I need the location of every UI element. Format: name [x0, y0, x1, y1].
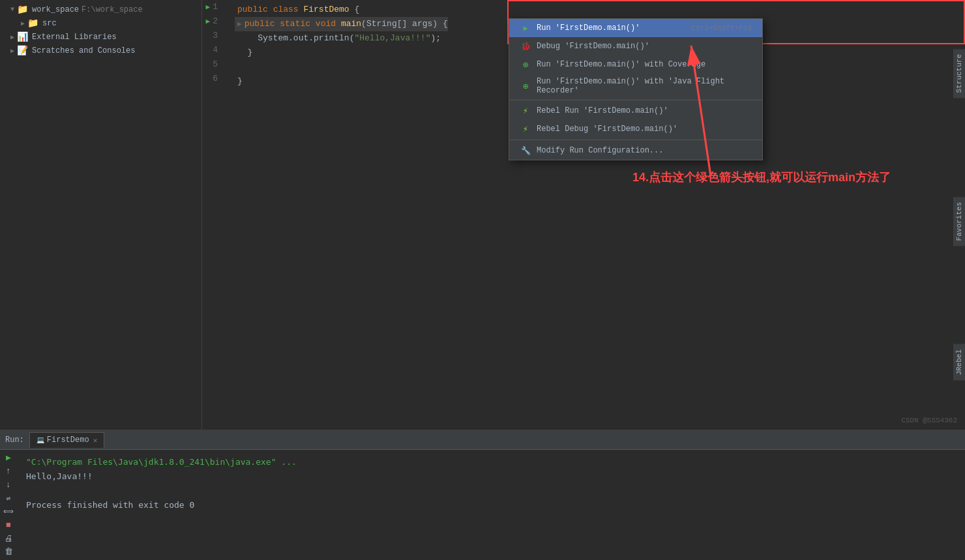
run-icon: ▶ [520, 22, 531, 34]
watermark: CSDN @SSS4362 [901, 417, 957, 424]
scratches-label: Scratches and Consoles [32, 46, 135, 55]
external-libraries-label: External Libraries [32, 33, 117, 42]
bottom-trash-button[interactable]: 🗑 [1, 546, 16, 557]
run-label-text: Run 'FirstDemo.main()' [537, 23, 679, 33]
wrench-icon: 🔧 [520, 145, 531, 156]
bottom-panel-body: ▶ ↑ ↓ ⇌ ⟺ ■ 🖨 🗑 "C:\Program Files\Java\j… [0, 450, 965, 560]
bottom-tab-bar: Run: 💻 FirstDemo ✕ [0, 430, 965, 450]
tab-console-icon: 💻 [37, 436, 44, 444]
console-path-text: "C:\Program Files\Java\jdk1.8.0_241\bin\… [26, 457, 297, 467]
run-label: Run: [5, 435, 24, 445]
scratch-icon: 📝 [17, 45, 28, 56]
bottom-stop-button[interactable]: ■ [1, 520, 16, 531]
tab-label: FirstDemo [47, 435, 89, 445]
src-label: src [42, 19, 57, 28]
code-line-6: } [235, 74, 448, 89]
rebel-label[interactable]: JRebel [953, 344, 965, 381]
rebel-run-label: Rebel Run 'FirstDemo.main()' [537, 106, 752, 115]
debug-icon: 🐞 [520, 40, 531, 52]
workspace-folder-icon: 📁 [17, 4, 28, 15]
bottom-tab-firstdemo[interactable]: 💻 FirstDemo ✕ [29, 432, 104, 448]
library-icon: 📊 [17, 31, 28, 42]
bottom-down-button[interactable]: ↓ [1, 479, 16, 490]
structure-label[interactable]: Structure [953, 49, 965, 98]
rebel-run-icon: ⚡ [520, 105, 531, 117]
console-exit: Process finished with exit code 0 [26, 500, 194, 510]
code-line-2: ▶ public static void main(String[] args)… [235, 17, 448, 31]
expand-arrow-workspace: ▼ [10, 6, 14, 13]
console-output: "C:\Program Files\Java\jdk1.8.0_241\bin\… [18, 450, 965, 560]
bottom-panel: Run: 💻 FirstDemo ✕ ▶ ↑ ↓ ⇌ ⟺ ■ 🖨 🗑 [0, 430, 965, 560]
sidebar-item-external-libraries[interactable]: ▶ 📊 External Libraries [0, 30, 201, 44]
code-lines: public class FirstDemo { ▶ public static… [235, 3, 448, 89]
tab-close-button[interactable]: ✕ [93, 436, 98, 445]
console-hello: Hello,Java!!! [26, 471, 93, 481]
bottom-up-button[interactable]: ↑ [1, 466, 16, 477]
favorites-label[interactable]: Favorites [953, 197, 965, 246]
coverage-icon: ⊕ [520, 59, 531, 70]
context-menu-modify[interactable]: 🔧 Modify Run Configuration... [509, 141, 762, 160]
debug-label-text: Debug 'FirstDemo.main()' [537, 42, 752, 51]
console-line-3 [26, 484, 957, 498]
expand-arrow-scratch: ▶ [10, 47, 14, 55]
context-menu-debug[interactable]: 🐞 Debug 'FirstDemo.main()' [509, 37, 762, 55]
sidebar-item-src[interactable]: ▶ 📁 src [0, 16, 201, 30]
context-menu-jfr[interactable]: ⊕ Run 'FirstDemo.main()' with 'Java Flig… [509, 74, 762, 98]
line-numbers: ▶1 ▶2 3 4 5 6 [202, 0, 228, 86]
code-line-4: } [235, 46, 448, 60]
sidebar-item-scratches[interactable]: ▶ 📝 Scratches and Consoles [0, 44, 201, 57]
expand-arrow-src: ▶ [21, 20, 25, 27]
bottom-run-button[interactable]: ▶ [1, 452, 16, 464]
code-line-1: public class FirstDemo { [235, 3, 448, 17]
bottom-align-button[interactable]: ⟺ [1, 507, 16, 518]
workspace-path: F:\work_space [82, 5, 143, 14]
content-area: ▼ 📁 work_space F:\work_space ▶ 📁 src ▶ 📊… [0, 0, 965, 430]
project-sidebar: ▼ 📁 work_space F:\work_space ▶ 📁 src ▶ 📊… [0, 0, 202, 430]
run-shortcut: Ctrl+Shift+F10 [692, 24, 752, 32]
console-line-4: Process finished with exit code 0 [26, 498, 957, 512]
separator-2 [509, 140, 762, 140]
bottom-wrap-button[interactable]: ⇌ [1, 493, 16, 504]
rebel-debug-label: Rebel Debug 'FirstDemo.main()' [537, 125, 752, 134]
context-menu-coverage[interactable]: ⊕ Run 'FirstDemo.main()' with Coverage [509, 55, 762, 74]
code-line-5 [235, 60, 448, 74]
modify-label: Modify Run Configuration... [537, 146, 752, 155]
sidebar-item-workspace[interactable]: ▼ 📁 work_space F:\work_space [0, 3, 201, 16]
main-layout: ▼ 📁 work_space F:\work_space ▶ 📁 src ▶ 📊… [0, 0, 965, 560]
editor-area: ▶1 ▶2 3 4 5 6 public class FirstDemo { [202, 0, 965, 430]
jfr-label-text: Run 'FirstDemo.main()' with 'Java Flight… [537, 77, 752, 95]
context-menu-rebel-debug[interactable]: ⚡ Rebel Debug 'FirstDemo.main()' [509, 120, 762, 138]
code-line-3: System.out.println("Hello,Java!!!"); [235, 31, 448, 46]
workspace-label: work_space [32, 5, 79, 14]
context-menu: ▶ Run 'FirstDemo.main()' Ctrl+Shift+F10 … [509, 18, 763, 160]
annotation-text: 14.点击这个绿色箭头按钮,就可以运行main方法了 [632, 169, 891, 185]
coverage-label-text: Run 'FirstDemo.main()' with Coverage [537, 60, 752, 69]
context-menu-run[interactable]: ▶ Run 'FirstDemo.main()' Ctrl+Shift+F10 [509, 19, 762, 37]
context-menu-rebel-run[interactable]: ⚡ Rebel Run 'FirstDemo.main()' [509, 102, 762, 120]
rebel-debug-icon: ⚡ [520, 123, 531, 135]
separator-1 [509, 100, 762, 100]
expand-arrow-ext: ▶ [10, 33, 14, 41]
src-folder-icon: 📁 [27, 18, 38, 29]
jfr-icon: ⊕ [520, 80, 531, 92]
bottom-print-button[interactable]: 🖨 [1, 533, 16, 544]
bottom-left-toolbar: ▶ ↑ ↓ ⇌ ⟺ ■ 🖨 🗑 [0, 450, 18, 560]
console-line-1: "C:\Program Files\Java\jdk1.8.0_241\bin\… [26, 455, 957, 469]
console-line-2: Hello,Java!!! [26, 469, 957, 484]
